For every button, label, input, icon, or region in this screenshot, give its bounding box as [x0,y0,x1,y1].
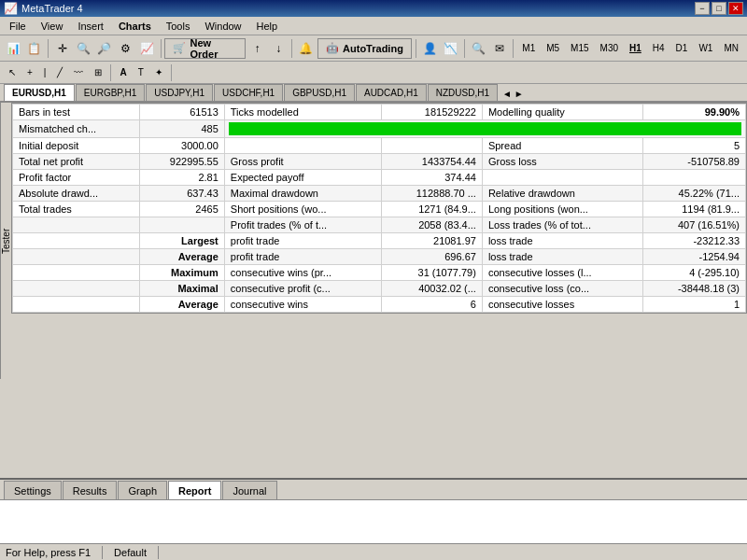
tester-tab-graph[interactable]: Graph [118,481,167,499]
cell-maxloss-value: -38448.18 (3) [642,281,745,297]
tester-tab-report[interactable]: Report [168,481,221,499]
chart-tab-eurusd[interactable]: EURUSD,H1 [4,84,75,101]
sell-button[interactable]: ↓ [269,38,289,59]
wave-tool[interactable]: 〰 [69,65,88,79]
cell-ticks-value: 181529222 [382,105,482,120]
crosshair-button[interactable]: ✛ [52,38,72,59]
tester-tab-results[interactable]: Results [63,481,118,499]
tester-tab-settings[interactable]: Settings [4,481,62,499]
profile-button[interactable]: 👤 [420,38,440,59]
tester-sidebar[interactable]: Tester [0,103,11,379]
cell-maxprof-label: consecutive profit (c... [224,281,382,297]
chart-tab-nzdusd[interactable]: NZDUSD,H1 [428,84,498,101]
zoom-in-button[interactable]: 🔍 [74,38,93,59]
cell-maximum-label: Maximum [140,265,224,281]
tf-d1[interactable]: D1 [671,41,693,55]
tf-m1[interactable]: M1 [517,41,540,55]
cell-bars-label: Bars in test [13,105,140,120]
menu-view[interactable]: View [34,19,71,34]
close-button[interactable]: ✕ [728,2,743,15]
cell-empty5 [13,217,140,233]
cell-trades-label: Total trades [13,202,140,217]
menu-file[interactable]: File [2,19,34,34]
sound-button[interactable]: 🔔 [296,38,316,59]
star-tool[interactable]: ✦ [150,65,167,79]
status-bar: For Help, press F1 Default [0,543,747,560]
chart-tab-usdchf[interactable]: USDCHF,H1 [214,84,283,101]
chart-tab-gbpusd[interactable]: GBPUSD,H1 [284,84,355,101]
crosshair-tool[interactable]: + [22,65,37,79]
tf-h1[interactable]: H1 [625,41,646,55]
cell-avgloss-label: loss trade [482,249,642,265]
cell-largprofit-label: profit trade [224,233,382,249]
cell-mismatch-value: 485 [140,120,224,138]
menu-help[interactable]: Help [249,19,286,34]
zoom-out-button[interactable]: 🔎 [95,38,115,59]
template-button[interactable]: 📋 [25,38,45,59]
cell-short-value: 1271 (84.9... [382,202,482,217]
cell-modelq-value: 99.90% [642,105,745,120]
chart-tab-audcad[interactable]: AUDCAD,H1 [356,84,427,101]
new-order-label: New Order [190,37,237,60]
chart-tabs: EURUSD,H1 EURGBP,H1 USDJPY,H1 USDCHF,H1 … [0,84,747,103]
tf-m5[interactable]: M5 [542,41,564,55]
restore-button[interactable]: □ [712,2,726,15]
cell-reldd-value: 45.22% (71... [642,186,745,202]
line-tool[interactable]: | [39,65,51,79]
cell-profitfactor-label: Profit factor [13,170,140,186]
text-tool[interactable]: A [115,65,131,79]
cursor-tool[interactable]: ↖ [4,65,21,79]
indicators-button[interactable]: 📈 [137,38,157,59]
cell-trades-value: 2465 [140,202,224,217]
diagonal-tool[interactable]: ╱ [52,65,67,79]
cell-maxwins-value: 31 (1077.79) [382,265,482,281]
chart-button[interactable]: 📉 [441,38,460,59]
menu-tools[interactable]: Tools [159,19,198,34]
cell-deposit-label: Initial deposit [13,138,140,154]
cell-avgprofit-value: 696.67 [382,249,482,265]
title-bar: 📈 MetaTrader 4 − □ ✕ [0,0,747,17]
cell-empty10 [13,281,140,297]
chart-tab-eurgbp[interactable]: EURGBP,H1 [76,84,146,101]
cell-maxdd-label: Maximal drawdown [224,186,382,202]
new-order-button[interactable]: 🛒 New Order [164,38,246,59]
toolbar-sep-6 [513,39,514,58]
cell-avgclosses-label: consecutive losses [482,297,642,313]
menu-window[interactable]: Window [197,19,248,34]
tf-m30[interactable]: M30 [596,41,623,55]
minimize-button[interactable]: − [695,2,710,15]
cell-maxlosses-label: consecutive losses (l... [482,265,642,281]
cell-deposit-value: 3000.00 [140,138,224,154]
cell-netprofit-label: Total net profit [13,154,140,170]
cell-green-bar [224,120,745,138]
tester-tabs-bar: Settings Results Graph Report Journal [0,480,747,500]
cell-largloss-label: loss trade [482,233,642,249]
cell-empty11 [13,297,140,313]
tf-mn[interactable]: MN [719,41,743,55]
menu-insert[interactable]: Insert [70,19,111,34]
tf-w1[interactable]: W1 [694,41,717,55]
table-row: Average profit trade 696.67 loss trade -… [13,249,746,265]
new-chart-button[interactable]: 📊 [4,38,23,59]
cell-ticks-label: Ticks modelled [224,105,382,120]
tf-h4[interactable]: H4 [648,41,669,55]
search-button[interactable]: 🔍 [469,38,488,59]
chart-tabs-more[interactable]: ◄ ► [499,87,528,101]
cell-proftrades-value: 2058 (83.4... [382,217,482,233]
period-tool[interactable]: T [134,65,148,79]
tf-m15[interactable]: M15 [566,41,593,55]
cell-largloss-value: -23212.33 [642,233,745,249]
menu-charts[interactable]: Charts [111,19,159,34]
grid-tool[interactable]: ⊞ [90,65,106,79]
cell-empty7 [13,233,140,249]
cell-avgprofit-label: profit trade [224,249,382,265]
cell-largest-label: Largest [140,233,224,249]
chart-tab-usdjpy[interactable]: USDJPY,H1 [146,84,213,101]
cell-empty4 [642,170,745,186]
cell-long-label: Long positions (won... [482,202,642,217]
autotrading-button[interactable]: 🤖 AutoTrading [317,38,412,59]
mail-button[interactable]: ✉ [490,38,510,59]
tester-tab-journal[interactable]: Journal [222,481,276,499]
chart-props-button[interactable]: ⚙ [116,38,135,59]
buy-button[interactable]: ↑ [247,38,267,59]
